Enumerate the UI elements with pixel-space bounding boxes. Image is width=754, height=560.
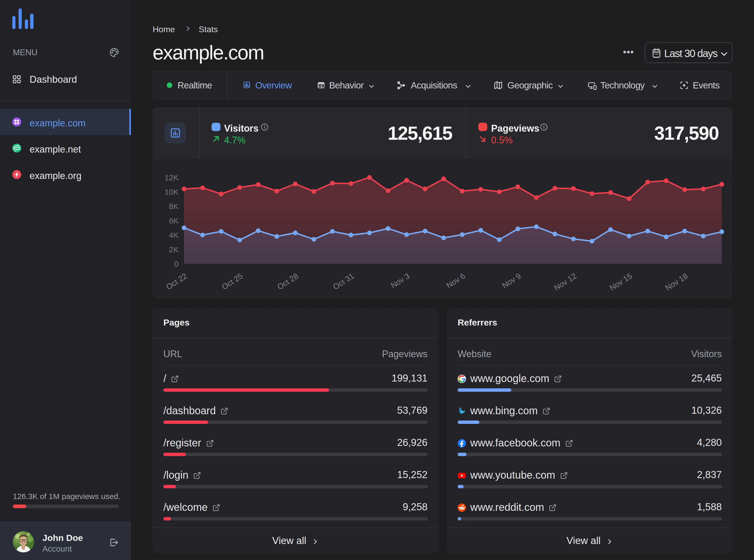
svg-text:Nov 9: Nov 9 bbox=[500, 272, 522, 290]
svg-text:8K: 8K bbox=[169, 202, 178, 211]
svg-text:Nov 15: Nov 15 bbox=[608, 272, 634, 292]
svg-text:Oct 25: Oct 25 bbox=[220, 272, 244, 291]
svg-text:6K: 6K bbox=[169, 216, 178, 225]
svg-text:Nov 18: Nov 18 bbox=[664, 272, 689, 292]
svg-text:0: 0 bbox=[174, 260, 178, 268]
svg-text:Oct 22: Oct 22 bbox=[165, 272, 189, 291]
svg-text:Oct 28: Oct 28 bbox=[276, 272, 300, 291]
svg-text:Nov 6: Nov 6 bbox=[445, 272, 467, 290]
svg-text:Nov 3: Nov 3 bbox=[389, 272, 411, 290]
svg-text:Nov 12: Nov 12 bbox=[553, 272, 578, 292]
svg-text:10K: 10K bbox=[165, 187, 178, 196]
svg-text:12K: 12K bbox=[165, 173, 178, 182]
svg-text:4K: 4K bbox=[169, 231, 178, 239]
svg-text:Oct 31: Oct 31 bbox=[331, 272, 355, 291]
svg-text:2K: 2K bbox=[169, 245, 178, 254]
